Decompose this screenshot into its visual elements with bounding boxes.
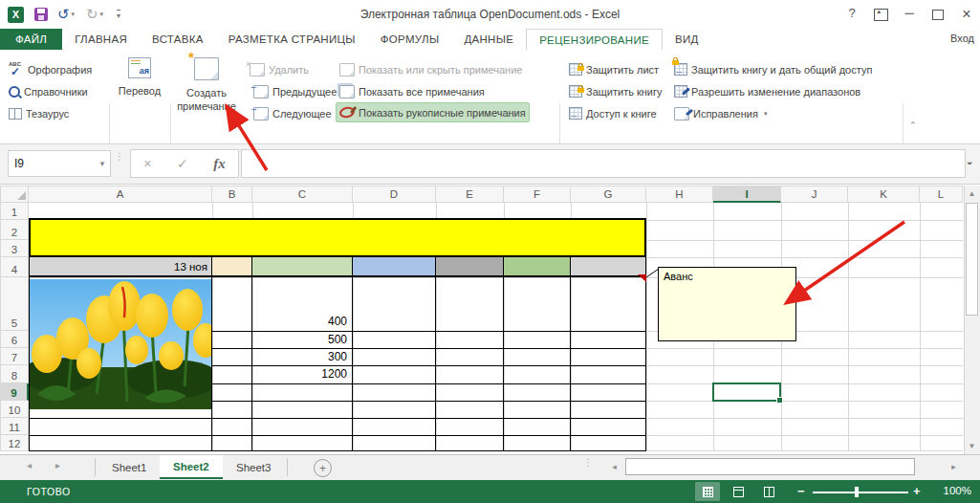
column-header-b[interactable]: B [212, 186, 252, 203]
row-header-3[interactable]: 3 [0, 240, 29, 257]
sign-in-link[interactable]: Вход [950, 33, 974, 44]
cell-f4[interactable] [504, 257, 571, 275]
tab-file[interactable]: ФАЙЛ [0, 29, 62, 50]
cell-c5-value[interactable]: 400 [252, 315, 347, 328]
row-header-12[interactable]: 12 [0, 435, 29, 451]
tab-data[interactable]: ДАННЫЕ [451, 29, 526, 50]
page-break-view-button[interactable] [756, 482, 781, 501]
spelling-button[interactable]: ABC✓ Орфография [6, 59, 95, 79]
row-header-10[interactable]: 10 [0, 401, 29, 418]
enter-icon[interactable]: ✓ [177, 156, 188, 171]
column-header-k[interactable]: K [848, 186, 920, 203]
allow-edit-ranges-button[interactable]: Разрешить изменение диапазонов [671, 81, 863, 101]
horizontal-scrollbar-thumb[interactable] [625, 458, 915, 475]
zoom-slider-handle[interactable] [855, 487, 859, 497]
column-header-g[interactable]: G [571, 186, 646, 203]
scroll-left-icon[interactable]: ◂ [606, 458, 622, 476]
row-header-11[interactable]: 11 [0, 418, 29, 435]
row-header-5[interactable]: 5 [0, 277, 29, 331]
tab-formulas[interactable]: ФОРМУЛЫ [368, 29, 452, 50]
column-header-l[interactable]: L [920, 186, 963, 203]
select-all-corner[interactable] [0, 186, 29, 203]
sheet-tab-sheet2[interactable]: Sheet2 [160, 455, 223, 479]
cell-c6-value[interactable]: 500 [252, 333, 347, 346]
column-header-d[interactable]: D [353, 186, 436, 203]
column-header-a[interactable]: A [29, 186, 212, 203]
row-header-7[interactable]: 7 [0, 348, 29, 365]
cell-a4-value[interactable]: 13 ноя [33, 259, 207, 275]
scroll-up-icon[interactable]: ▲ [966, 187, 978, 201]
close-button[interactable]: × [954, 6, 979, 23]
tabbar-splitter[interactable]: ⋮ [583, 460, 593, 466]
previous-comment-button[interactable]: ← Предыдущее [250, 81, 339, 101]
scroll-down-icon[interactable]: ▼ [966, 440, 978, 453]
thesaurus-button[interactable]: Тезаурус [6, 103, 72, 123]
comment-box[interactable]: Аванс [658, 267, 796, 341]
row-header-2[interactable]: 2 [0, 220, 29, 240]
cell-c4[interactable] [252, 257, 353, 275]
delete-comment-button[interactable]: × Удалить [247, 59, 312, 79]
maximize-button[interactable] [926, 9, 950, 23]
expand-formula-bar-icon[interactable]: ⌄ [966, 156, 973, 166]
column-header-j[interactable]: J [781, 186, 848, 203]
column-header-e[interactable]: E [436, 186, 504, 203]
collapse-ribbon-icon[interactable]: ⌃ [909, 120, 917, 130]
cell-c7-value[interactable]: 300 [252, 350, 347, 363]
zoom-out-icon[interactable]: − [797, 484, 805, 498]
column-header-f[interactable]: F [504, 186, 571, 203]
cancel-icon[interactable]: × [143, 156, 151, 171]
research-button[interactable]: Справочники [6, 81, 91, 101]
new-comment-button[interactable]: * Создать примечание [175, 54, 238, 113]
protect-sheet-button[interactable]: Защитить лист [566, 59, 662, 79]
name-box-dropdown-icon[interactable]: ▼ [98, 160, 106, 168]
formula-input[interactable] [241, 149, 966, 178]
highlighted-merged-cells[interactable] [29, 218, 646, 257]
track-changes-button[interactable]: Исправления ▾ [671, 103, 770, 123]
column-header-c[interactable]: C [252, 186, 353, 203]
add-sheet-button[interactable]: + [314, 459, 332, 477]
cell-d4[interactable] [353, 257, 436, 275]
column-header-h[interactable]: H [646, 186, 713, 203]
row-header-6[interactable]: 6 [0, 331, 29, 348]
show-hide-comment-button[interactable]: Показать или скрыть примечание [337, 59, 525, 79]
cell-e4[interactable] [436, 257, 504, 275]
cell-c8-value[interactable]: 1200 [252, 367, 347, 381]
tab-home[interactable]: ГЛАВНАЯ [62, 29, 140, 50]
zoom-level[interactable]: 100% [929, 485, 971, 496]
translate-button[interactable]: aя Перевод [114, 54, 165, 98]
page-layout-view-button[interactable] [726, 482, 751, 501]
protect-and-share-button[interactable]: ↔ Защитить книгу и дать общий доступ [671, 59, 875, 79]
zoom-in-icon[interactable]: + [913, 484, 921, 498]
tab-insert[interactable]: ВСТАВКА [140, 29, 216, 50]
tab-review[interactable]: РЕЦЕНЗИРОВАНИЕ [526, 29, 663, 51]
show-ink-comments-toggle[interactable]: Показать рукописные примечания [336, 102, 530, 122]
name-box[interactable]: I9 ▼ [8, 150, 111, 177]
formula-bar-splitter[interactable]: ⋮ [115, 154, 124, 160]
sheet-nav-next-icon[interactable]: ▸ [55, 460, 60, 470]
row-header-8[interactable]: 8 [0, 365, 29, 383]
row-header-9[interactable]: 9 [0, 383, 29, 401]
tab-page-layout[interactable]: РАЗМЕТКА СТРАНИЦЫ [216, 29, 368, 50]
insert-function-icon[interactable]: fx [213, 156, 226, 172]
scroll-right-icon[interactable]: ▸ [946, 458, 962, 476]
sheet-tab-sheet1[interactable]: Sheet1 [98, 455, 160, 479]
vertical-scrollbar-thumb[interactable] [966, 203, 978, 316]
protect-workbook-button[interactable]: Защитить книгу [566, 81, 665, 101]
next-comment-button[interactable]: → Следующее [250, 103, 335, 123]
minimize-button[interactable]: ─ [897, 6, 922, 20]
sheet-nav-prev-icon[interactable]: ◂ [27, 460, 32, 470]
share-workbook-button[interactable]: ↔ Доступ к книге [566, 103, 660, 123]
cell-b4[interactable] [212, 257, 252, 275]
help-button[interactable]: ? [839, 6, 864, 20]
sheet-tab-sheet3[interactable]: Sheet3 [223, 455, 284, 479]
tab-view[interactable]: ВИД [663, 29, 711, 50]
ribbon-display-options-icon[interactable] [868, 9, 893, 24]
selected-cell-i9[interactable] [712, 383, 781, 402]
embedded-picture-tulips[interactable] [30, 279, 211, 409]
normal-view-button[interactable] [695, 482, 720, 501]
zoom-slider-track[interactable] [813, 492, 908, 493]
show-all-comments-button[interactable]: Показать все примечания [337, 81, 488, 101]
cell-g4[interactable] [571, 257, 646, 275]
row-header-1[interactable]: 1 [0, 203, 29, 220]
column-header-i[interactable]: I [713, 186, 781, 203]
